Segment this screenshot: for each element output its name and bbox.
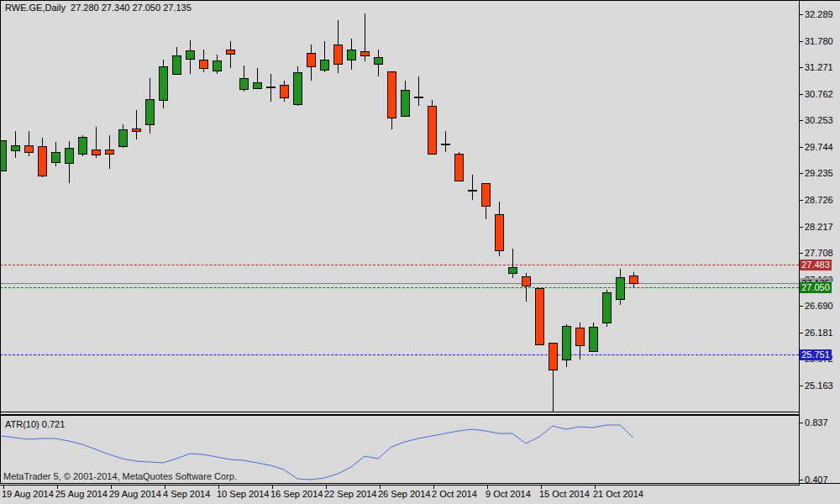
candle-wick	[418, 76, 419, 106]
main-chart-pane[interactable]	[0, 0, 799, 412]
candle-body-up	[0, 140, 7, 171]
candle-body-up	[213, 60, 222, 71]
time-axis-label: 2 Oct 2014	[432, 489, 477, 500]
atr-scale-label: 0.837	[805, 418, 828, 428]
atr-scale-tick	[799, 480, 803, 480]
candle-doji	[468, 190, 477, 192]
price-axis-tick	[799, 67, 803, 68]
price-level-badge: 27.050	[800, 282, 832, 293]
chart-title: RWE.GE,Daily 27.280 27.340 27.050 27.135	[5, 3, 192, 13]
price-axis-label: 31.780	[805, 37, 833, 46]
symbol-period-label: RWE.GE,Daily	[5, 3, 66, 13]
metatrader-watermark: MetaTrader 5, © 2001-2014, MetaQuotes So…	[3, 471, 237, 481]
atr-indicator-label: ATR(10) 0.721	[5, 419, 65, 429]
price-axis-label: 32.289	[805, 10, 833, 19]
price-axis-tick	[799, 41, 803, 42]
atr-scale-label: 0.407	[805, 475, 828, 485]
candle-wick	[15, 131, 16, 158]
candle-wick	[230, 41, 231, 68]
candle-body-down	[105, 150, 114, 155]
candle-body-down	[132, 129, 141, 132]
candle-body-down	[226, 50, 235, 55]
candle-body-down	[360, 51, 370, 56]
candle-body-up	[145, 99, 155, 125]
candle-body-up	[374, 57, 383, 65]
ohlc-values: 27.280 27.340 27.050 27.135	[71, 3, 192, 13]
price-axis-label: 27.708	[805, 249, 833, 258]
price-axis-tick	[799, 253, 803, 254]
candle-body-down	[549, 343, 558, 370]
candle-body-up	[293, 72, 302, 105]
candle-body-down	[454, 154, 464, 181]
candle-body-up	[172, 55, 181, 75]
candle-body-down	[333, 45, 343, 65]
candle-doji	[441, 144, 450, 145]
candle-body-down	[307, 53, 316, 67]
price-level-line	[0, 354, 799, 355]
price-axis-tick	[799, 94, 803, 95]
candle-body-down	[428, 106, 437, 155]
time-axis-label: 26 Sep 2014	[378, 489, 430, 500]
price-axis-tick	[799, 147, 803, 148]
candle-body-down	[38, 146, 47, 176]
candle-wick	[472, 175, 473, 200]
candle-body-up	[401, 90, 410, 117]
time-axis-label: 22 Sep 2014	[324, 489, 376, 500]
price-axis-tick	[799, 14, 803, 15]
candle-body-up	[320, 60, 329, 71]
price-axis-label: 28.726	[805, 196, 833, 205]
candle-body-down	[575, 328, 585, 346]
price-axis-tick	[799, 227, 803, 228]
time-axis-label: 4 Sep 2014	[163, 489, 210, 500]
candle-body-down	[495, 214, 504, 251]
price-axis-tick	[799, 200, 803, 201]
price-axis-tick	[799, 306, 803, 307]
price-level-line	[0, 287, 799, 288]
price-axis-label: 26.181	[805, 328, 833, 338]
candle-body-down	[92, 150, 101, 155]
candle-body-up	[159, 66, 168, 101]
time-axis-label: 15 Oct 2014	[539, 489, 590, 500]
candle-body-up	[78, 137, 87, 155]
candle-wick	[445, 131, 446, 152]
price-level-line	[0, 265, 799, 265]
price-level-badge: 27.483	[800, 260, 832, 270]
candle-body-up	[118, 129, 128, 147]
pane-splitter-line-top	[0, 412, 799, 412]
candle-body-up	[65, 148, 74, 164]
time-axis-label: 10 Sep 2014	[217, 489, 269, 500]
price-axis-label: 28.217	[805, 223, 833, 232]
time-axis-label: 9 Oct 2014	[486, 489, 531, 500]
candle-body-up	[11, 145, 20, 151]
candle-body-up	[508, 267, 517, 274]
candle-body-up	[347, 50, 356, 60]
time-axis-label: 29 Aug 2014	[109, 489, 161, 500]
price-axis-label: 29.744	[805, 143, 833, 152]
price-level-line	[0, 283, 799, 284]
candle-doji	[414, 97, 423, 98]
candle-body-up	[51, 152, 60, 163]
chart-window: RWE.GE,Daily 27.280 27.340 27.050 27.135…	[0, 0, 840, 504]
price-axis-border	[799, 0, 800, 486]
candle-body-down	[535, 288, 544, 345]
price-axis-label: 30.762	[805, 90, 833, 99]
price-axis-tick	[799, 333, 803, 333]
price-axis-tick	[799, 120, 803, 121]
candle-body-up	[186, 50, 195, 60]
time-axis-separator-bottom	[0, 485, 799, 486]
window-top-border	[0, 0, 840, 1]
candle-body-up	[253, 82, 262, 89]
candle-wick	[136, 110, 137, 139]
candle-doji	[266, 87, 276, 88]
price-axis-label: 30.253	[805, 116, 833, 125]
price-axis-label: 25.163	[805, 381, 833, 391]
time-axis-label: 21 Oct 2014	[593, 489, 643, 500]
time-axis-separator-top	[0, 483, 840, 484]
candle-body-up	[562, 326, 571, 360]
candle-body-down	[481, 183, 491, 207]
candle-body-down	[199, 60, 208, 69]
candle-body-down	[522, 276, 531, 286]
atr-scale-tick	[799, 423, 803, 423]
candle-body-up	[239, 78, 249, 90]
candle-body-up	[616, 277, 625, 300]
